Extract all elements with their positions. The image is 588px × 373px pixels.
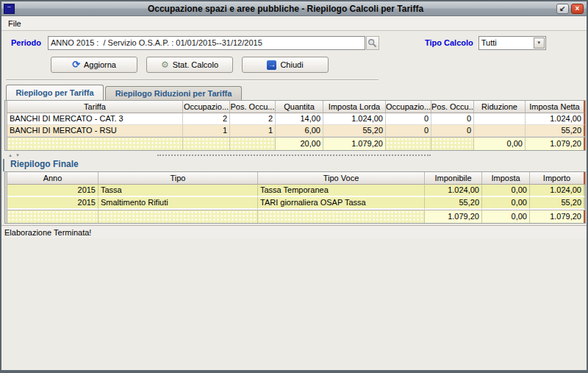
periodo-label: Periodo	[11, 38, 41, 47]
column-header[interactable]: Pos. Occu...	[431, 101, 474, 113]
totals-cell	[7, 210, 98, 223]
periodo-search-button[interactable]	[366, 36, 379, 50]
status-bar: Elaborazione Terminata!	[1, 225, 587, 238]
chevron-down-icon[interactable]: ▼	[534, 38, 545, 49]
totals-row: 20,001.079,200,001.079,20	[7, 137, 585, 150]
tipo-calcolo-select[interactable]: Tutti ▼	[478, 36, 546, 50]
table-cell: 1.024,00	[530, 185, 585, 197]
column-header[interactable]: Anno	[7, 172, 98, 185]
totals-cell	[98, 210, 258, 223]
table-cell	[474, 125, 526, 137]
title-bar: ▪▪▪ Occupazione spazi e aree pubbliche -…	[1, 1, 587, 16]
totals-cell: 0,00	[474, 138, 526, 150]
periodo-input[interactable]	[48, 36, 365, 50]
menu-bar: File	[1, 16, 587, 31]
aggiorna-label: Aggiorna	[84, 60, 116, 69]
tab-riepilogo-per-tariffa[interactable]: Riepilogo per Tariffa	[6, 85, 104, 100]
column-header[interactable]: Riduzione	[474, 101, 526, 113]
tab-riepilogo-riduzioni-per-tariffa[interactable]: Riepilogo Riduzioni per Tariffa	[105, 86, 242, 100]
column-header[interactable]: Imposta Netta	[526, 101, 585, 113]
table-cell: TARI giornaliera OSAP Tassa	[258, 197, 425, 210]
collapse-up-icon[interactable]: ▲	[7, 153, 14, 157]
stat-calcolo-button[interactable]: ⚙ Stat. Calcolo	[146, 57, 233, 73]
app-icon: ▪▪▪	[4, 4, 15, 14]
table-cell: 1	[183, 125, 230, 137]
column-header[interactable]: Importo	[530, 172, 585, 185]
column-header[interactable]: Pos. Occu...	[230, 101, 276, 113]
table-cell: 0,00	[482, 185, 530, 197]
window-title: Occupazione spazi e aree pubbliche - Rie…	[15, 4, 556, 14]
riepilogo-per-tariffa-table: TariffaOccupazio...Pos. Occu...QuantitaI…	[4, 100, 586, 151]
separator	[6, 79, 379, 81]
filter-row: Periodo Tipo Calcolo Tutti ▼	[1, 31, 587, 54]
table-cell	[474, 113, 526, 125]
riepilogo-finale-title: Riepilogo Finale	[3, 159, 587, 171]
menu-file[interactable]: File	[1, 18, 27, 29]
totals-cell	[258, 210, 425, 223]
totals-cell: 0,00	[482, 210, 530, 223]
arrow-right-icon: →	[267, 60, 276, 70]
totals-cell: 1.079,20	[425, 210, 482, 223]
totals-cell	[386, 138, 431, 150]
table-cell: 0	[386, 125, 431, 137]
totals-cell: 20,00	[276, 138, 323, 150]
table-cell: 2015	[7, 185, 98, 197]
table-cell: 55,20	[526, 125, 585, 137]
aggiorna-button[interactable]: ⟳ Aggiorna	[51, 57, 137, 73]
close-window-button[interactable]: ×	[571, 4, 584, 14]
refresh-icon: ⟳	[72, 60, 80, 69]
column-header[interactable]: Tipo Voce	[258, 172, 425, 185]
table-cell: 1	[230, 125, 276, 137]
chiudi-label: Chiudi	[280, 60, 303, 69]
totals-row: 1.079,200,001.079,20	[7, 210, 585, 223]
totals-cell	[183, 138, 230, 150]
table-cell: BANCHI DI MERCATO - RSU	[7, 125, 183, 137]
column-header[interactable]: Occupazio...	[183, 101, 230, 113]
table-cell: 0	[431, 113, 474, 125]
table-cell: 14,00	[276, 113, 323, 125]
table-cell: 6,00	[276, 125, 323, 137]
toolbar: ⟳ Aggiorna ⚙ Stat. Calcolo → Chiudi	[1, 54, 587, 75]
table-cell: 2	[183, 113, 230, 125]
column-header[interactable]: Imposta	[482, 172, 530, 185]
table-cell: 1.024,00	[526, 113, 585, 125]
column-header[interactable]: Quantita	[276, 101, 323, 113]
table-cell: 2	[230, 113, 276, 125]
table-row[interactable]: BANCHI DI MERCATO - RSU116,0055,200055,2…	[7, 125, 585, 137]
column-header[interactable]: Occupazio...	[386, 101, 431, 113]
table-row[interactable]: 2015Smaltimento RifiutiTARI giornaliera …	[7, 197, 585, 210]
table-cell: 55,20	[425, 197, 482, 210]
riepilogo-finale-table: AnnoTipoTipo VoceImponibileImpostaImport…	[4, 171, 586, 224]
table-cell: 55,20	[323, 125, 386, 137]
tipo-calcolo-value: Tutti	[479, 38, 534, 47]
status-text: Elaborazione Terminata!	[4, 228, 91, 237]
table-cell: Tassa	[98, 185, 258, 197]
chiudi-button[interactable]: → Chiudi	[242, 57, 329, 73]
tab-strip: Riepilogo per Tariffa Riepilogo Riduzion…	[1, 84, 587, 100]
table-cell: 0,00	[482, 197, 530, 210]
splitter-bar[interactable]: ▲ ▼	[1, 151, 587, 159]
stat-calcolo-label: Stat. Calcolo	[173, 60, 218, 69]
totals-cell: 1.079,20	[323, 138, 386, 150]
tipo-calcolo-label: Tipo Calcolo	[425, 38, 473, 47]
totals-cell	[230, 138, 276, 150]
column-header[interactable]: Tariffa	[7, 101, 183, 113]
table-cell: BANCHI DI MERCATO - CAT. 3	[7, 113, 183, 125]
magnifier-icon	[368, 38, 377, 48]
column-header[interactable]: Tipo	[98, 172, 258, 185]
totals-cell	[7, 138, 183, 150]
table-cell: Tassa Temporanea	[258, 185, 425, 197]
table-cell: 55,20	[530, 197, 585, 210]
collapse-down-icon[interactable]: ▼	[14, 153, 21, 157]
totals-cell	[431, 138, 474, 150]
table-header-row: TariffaOccupazio...Pos. Occu...QuantitaI…	[7, 101, 585, 113]
table-cell: 1.024,00	[425, 185, 482, 197]
splitter-handle-dots[interactable]	[157, 154, 431, 156]
table-row[interactable]: 2015TassaTassa Temporanea1.024,000,001.0…	[7, 185, 585, 197]
table-row[interactable]: BANCHI DI MERCATO - CAT. 32214,001.024,0…	[7, 113, 585, 125]
column-header[interactable]: Imponibile	[425, 172, 482, 185]
totals-cell: 1.079,20	[530, 210, 585, 223]
restore-window-button[interactable]: ↙	[556, 4, 569, 14]
column-header[interactable]: Imposta Lorda	[323, 101, 386, 113]
app-window: ▪▪▪ Occupazione spazi e aree pubbliche -…	[0, 0, 588, 373]
